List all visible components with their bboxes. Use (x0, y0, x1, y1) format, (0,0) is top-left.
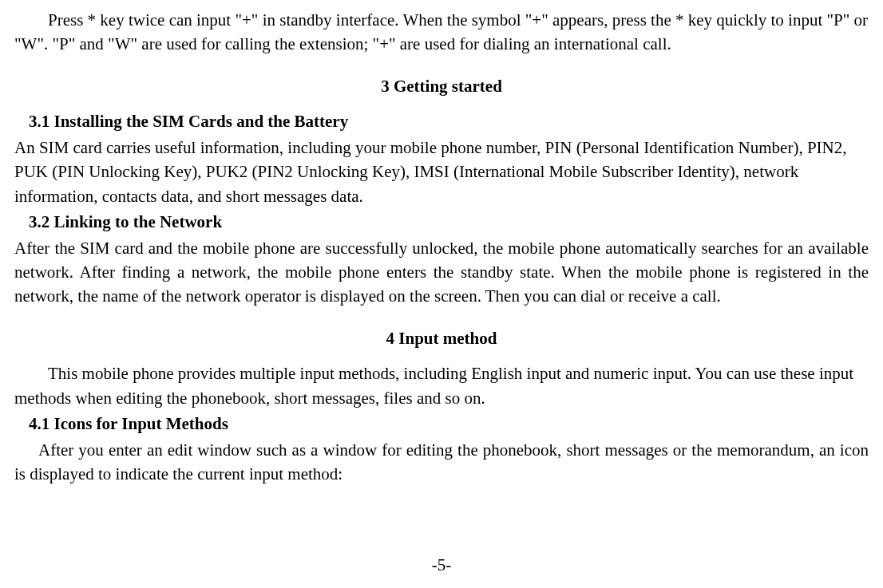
subsection-4-1-body: After you enter an edit window such as a… (14, 438, 869, 487)
subsection-3-1-title: 3.1 Installing the SIM Cards and the Bat… (14, 109, 869, 133)
subsection-4-1-title: 4.1 Icons for Input Methods (14, 412, 869, 436)
section-4-intro: This mobile phone provides multiple inpu… (14, 361, 869, 410)
intro-paragraph: Press * key twice can input "+" in stand… (14, 8, 869, 57)
page-number: -5- (0, 553, 883, 577)
subsection-3-1-body: An SIM card carries useful information, … (14, 136, 869, 208)
subsection-3-2-title: 3.2 Linking to the Network (14, 210, 869, 234)
section-3-title: 3 Getting started (14, 74, 869, 98)
section-4-title: 4 Input method (14, 326, 869, 350)
subsection-3-2-body: After the SIM card and the mobile phone … (14, 236, 869, 309)
